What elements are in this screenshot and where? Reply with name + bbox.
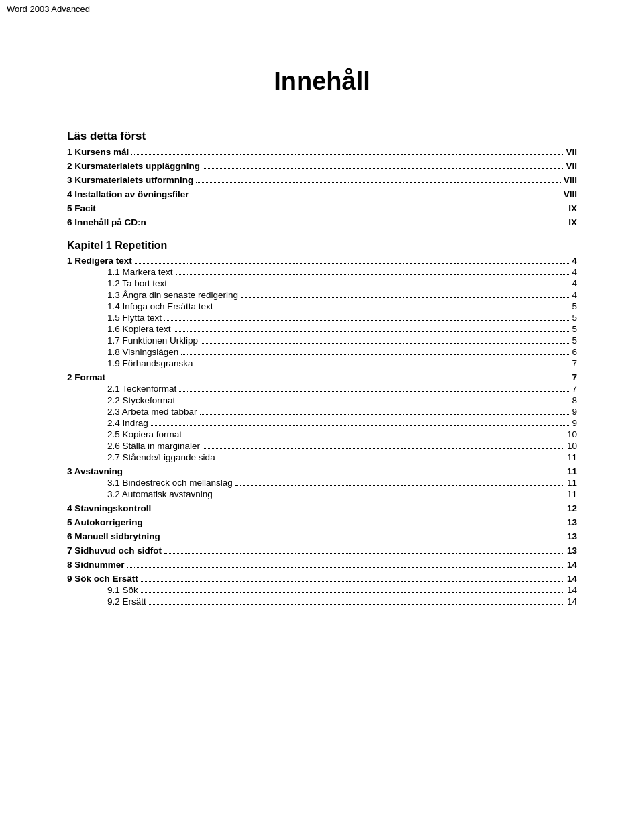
toc-entry-label: 8 Sidnummer bbox=[67, 560, 125, 570]
toc-entry: 1.4 Infoga och Ersätta text5 bbox=[67, 301, 577, 311]
toc-dots bbox=[149, 225, 566, 225]
toc-dots bbox=[179, 391, 569, 392]
toc-dots bbox=[196, 182, 560, 183]
toc-entry-label: 6 Manuell sidbrytning bbox=[67, 531, 160, 541]
toc-entry: 3.2 Automatisk avstavning11 bbox=[67, 489, 577, 499]
toc-page-number: VIII bbox=[564, 189, 577, 199]
toc-dots bbox=[215, 497, 564, 497]
toc-dots bbox=[192, 197, 561, 197]
toc-entry: 1.3 Ångra din senaste redigering4 bbox=[67, 290, 577, 300]
toc-dots bbox=[181, 354, 569, 355]
toc-entry-label: 1.6 Kopiera text bbox=[107, 324, 171, 334]
toc-entry-label: 9.1 Sök bbox=[107, 585, 138, 595]
toc-dots bbox=[108, 380, 569, 380]
section-heading: Läs detta först bbox=[67, 129, 577, 143]
toc-dots bbox=[218, 460, 564, 460]
toc-dots bbox=[235, 485, 564, 486]
toc-entry-label: 9.2 Ersätt bbox=[107, 596, 146, 607]
toc-entry-label: 3.2 Automatisk avstavning bbox=[107, 489, 213, 499]
toc-entry: 2.5 Kopiera format10 bbox=[67, 429, 577, 439]
toc-page-number: 7 bbox=[572, 358, 577, 368]
toc-dots bbox=[216, 309, 570, 309]
toc-dots bbox=[149, 604, 564, 605]
toc-entry-label: 5 Autokorrigering bbox=[67, 517, 143, 527]
toc-entry-label: 5 Facit bbox=[67, 203, 96, 213]
toc-entry: 3 Avstavning11 bbox=[67, 466, 577, 476]
toc-dots bbox=[174, 331, 570, 332]
toc-page-number: 11 bbox=[567, 489, 577, 499]
toc-page-number: 14 bbox=[567, 596, 577, 607]
toc-entry: 4 Installation av övningsfilerVIII bbox=[67, 189, 577, 199]
toc-page-number: IX bbox=[568, 203, 577, 213]
toc-page-number: 5 bbox=[572, 324, 577, 334]
toc-page-number: VII bbox=[566, 161, 577, 171]
toc-page-number: VII bbox=[566, 147, 577, 157]
toc-entry-label: 7 Sidhuvud och sidfot bbox=[67, 545, 162, 556]
main-title: Innehåll bbox=[67, 67, 577, 96]
toc-dots bbox=[135, 263, 570, 264]
toc-dots bbox=[151, 425, 570, 426]
toc-entry-label: 1 Redigera text bbox=[67, 256, 132, 266]
toc-entry: 3 Kursmaterialets utformningVIII bbox=[67, 175, 577, 185]
toc-entry: 9 Sök och Ersätt14 bbox=[67, 574, 577, 584]
toc-entry-label: 3 Avstavning bbox=[67, 466, 123, 476]
toc-dots bbox=[99, 211, 566, 211]
toc-entry: 6 Innehåll på CD:nIX bbox=[67, 217, 577, 227]
toc-page-number: 4 bbox=[572, 267, 577, 277]
toc-entry-label: 1.8 Visningslägen bbox=[107, 347, 178, 357]
toc-entry: 8 Sidnummer14 bbox=[67, 560, 577, 570]
toc-page-number: 9 bbox=[572, 407, 577, 417]
toc-dots bbox=[203, 448, 564, 449]
toc-dots bbox=[141, 592, 564, 593]
toc-dots bbox=[164, 320, 569, 321]
toc-entry: 1.2 Ta bort text4 bbox=[67, 278, 577, 289]
toc-entry: 4 Stavningskontroll12 bbox=[67, 503, 577, 513]
toc-entry-label: 1.1 Markera text bbox=[107, 267, 173, 277]
toc-dots bbox=[141, 581, 564, 582]
toc-dots bbox=[241, 297, 569, 298]
toc-entry-label: 2 Kursmaterialets uppläggning bbox=[67, 161, 200, 171]
toc-entry: 2 Kursmaterialets uppläggningVII bbox=[67, 161, 577, 171]
toc-entry-label: 2.5 Kopiera format bbox=[107, 429, 182, 439]
toc-entry-label: 2.7 Stående/Liggande sida bbox=[107, 452, 215, 462]
toc-entry-label: 4 Stavningskontroll bbox=[67, 503, 151, 513]
toc-entry-label: 1.4 Infoga och Ersätta text bbox=[107, 301, 213, 311]
toc-page-number: 13 bbox=[567, 545, 577, 556]
toc-entry: 1.6 Kopiera text5 bbox=[67, 324, 577, 334]
toc-page-number: 13 bbox=[567, 531, 577, 541]
toc-entry: 2.1 Teckenformat7 bbox=[67, 384, 577, 394]
toc-entry: 2.6 Ställa in marginaler10 bbox=[67, 441, 577, 451]
toc-entry: 1 Kursens målVII bbox=[67, 147, 577, 157]
toc-entry: 2.7 Stående/Liggande sida11 bbox=[67, 452, 577, 462]
toc-page-number: 5 bbox=[572, 313, 577, 323]
toc-dots bbox=[163, 539, 564, 539]
toc-entry-label: 1.7 Funktionen Urklipp bbox=[107, 335, 198, 346]
toc-dots bbox=[146, 525, 564, 525]
toc-page-number: 14 bbox=[567, 574, 577, 584]
toc-container: Läs detta först1 Kursens målVII2 Kursmat… bbox=[67, 129, 577, 607]
toc-entry: 1.9 Förhandsgranska7 bbox=[67, 358, 577, 368]
page-header: Word 2003 Advanced bbox=[7, 4, 90, 14]
toc-page-number: 14 bbox=[567, 585, 577, 595]
toc-entry-label: 2 Format bbox=[67, 372, 105, 382]
toc-entry-label: 9 Sök och Ersätt bbox=[67, 574, 138, 584]
toc-entry: 5 FacitIX bbox=[67, 203, 577, 213]
toc-dots bbox=[164, 553, 564, 554]
toc-page-number: 9 bbox=[572, 418, 577, 428]
toc-dots bbox=[200, 414, 570, 415]
toc-entry-label: 1.2 Ta bort text bbox=[107, 278, 167, 289]
toc-entry-label: 3 Kursmaterialets utformning bbox=[67, 175, 193, 185]
toc-page-number: VIII bbox=[564, 175, 577, 185]
toc-entry-label: 2.3 Arbeta med tabbar bbox=[107, 407, 197, 417]
toc-entry: 2 Format7 bbox=[67, 372, 577, 382]
toc-entry-label: 1.9 Förhandsgranska bbox=[107, 358, 193, 368]
page-content: Innehåll Läs detta först1 Kursens målVII… bbox=[0, 0, 644, 648]
toc-entry: 1.7 Funktionen Urklipp5 bbox=[67, 335, 577, 346]
toc-entry-label: 1.5 Flytta text bbox=[107, 313, 162, 323]
toc-dots bbox=[131, 154, 563, 155]
toc-dots bbox=[170, 286, 569, 286]
toc-page-number: 5 bbox=[572, 301, 577, 311]
toc-page-number: 14 bbox=[567, 560, 577, 570]
toc-entry: 1.8 Visningslägen6 bbox=[67, 347, 577, 357]
toc-page-number: 7 bbox=[572, 372, 577, 382]
